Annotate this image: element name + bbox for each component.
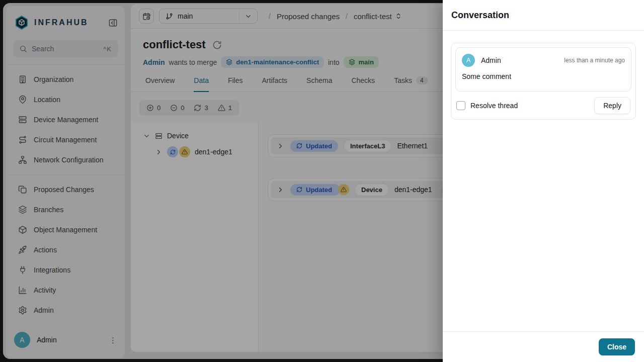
drawer-title: Conversation bbox=[451, 10, 509, 21]
drawer-header: Conversation bbox=[443, 0, 644, 31]
comment-timestamp: less than a minute ago bbox=[564, 57, 625, 64]
avatar: A bbox=[462, 54, 475, 67]
resolve-thread-checkbox[interactable] bbox=[456, 101, 465, 110]
comment-card: A Admin less than a minute ago Some comm… bbox=[455, 47, 631, 92]
resolve-thread-label: Resolve thread bbox=[470, 102, 518, 110]
conversation-drawer: Conversation A Admin less than a minute … bbox=[443, 0, 644, 362]
comment-thread: A Admin less than a minute ago Some comm… bbox=[451, 43, 636, 120]
close-button[interactable]: Close bbox=[599, 338, 635, 355]
comment-body: Some comment bbox=[462, 72, 625, 80]
comment-author: Admin bbox=[481, 56, 501, 64]
drawer-body: A Admin less than a minute ago Some comm… bbox=[443, 31, 644, 132]
drawer-footer: Close bbox=[443, 331, 644, 362]
reply-button[interactable]: Reply bbox=[594, 97, 630, 114]
